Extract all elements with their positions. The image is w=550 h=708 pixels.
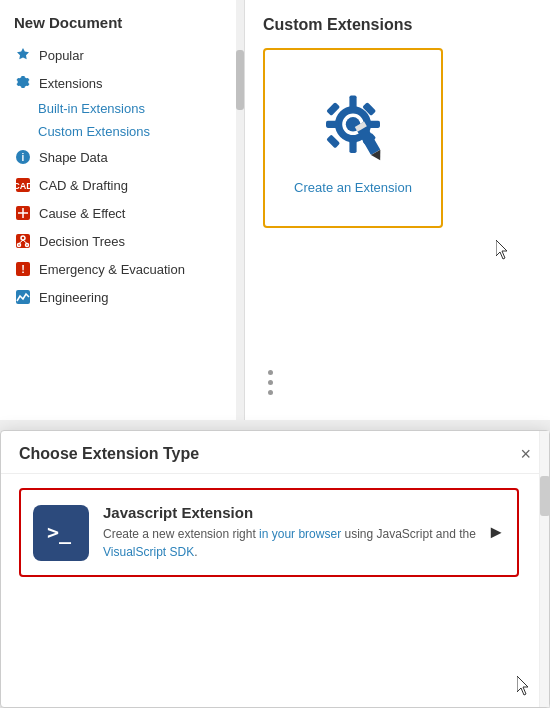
extension-type-info: Javascript Extension Create a new extens… <box>103 504 479 561</box>
decision-icon <box>14 232 32 250</box>
javascript-extension-desc: Create a new extension right in your bro… <box>103 525 479 561</box>
sidebar-popular-label: Popular <box>39 48 84 63</box>
javascript-extension-item[interactable]: >_ Javascript Extension Create a new ext… <box>19 488 519 577</box>
sidebar-item-shape-data[interactable]: i Shape Data <box>0 143 244 171</box>
choose-extension-modal: Choose Extension Type × >_ Javascript Ex… <box>0 430 550 708</box>
section-title: Custom Extensions <box>263 16 532 34</box>
svg-text:CAD: CAD <box>15 181 31 191</box>
sidebar-item-builtin[interactable]: Built-in Extensions <box>0 97 244 120</box>
sidebar-item-extensions[interactable]: Extensions <box>0 69 244 97</box>
svg-text:!: ! <box>21 263 25 275</box>
sidebar-scrollbar[interactable] <box>236 0 244 420</box>
svg-text:i: i <box>22 152 25 163</box>
svg-text:>_: >_ <box>47 520 72 544</box>
sidebar-emergency-label: Emergency & Evacuation <box>39 262 185 277</box>
sidebar-item-decision-trees[interactable]: Decision Trees <box>0 227 244 255</box>
modal-scrollbar[interactable] <box>539 431 549 707</box>
create-extension-label: Create an Extension <box>294 180 412 195</box>
engineering-icon <box>14 288 32 306</box>
sidebar-title: New Document <box>0 8 244 41</box>
svg-rect-19 <box>349 140 356 153</box>
svg-marker-29 <box>496 240 507 259</box>
sidebar-item-popular[interactable]: Popular <box>0 41 244 69</box>
svg-marker-31 <box>517 676 528 695</box>
info-icon: i <box>14 148 32 166</box>
svg-rect-21 <box>367 120 380 127</box>
cad-icon: CAD <box>14 176 32 194</box>
cause-icon <box>14 204 32 222</box>
sidebar-cad-label: CAD & Drafting <box>39 178 128 193</box>
modal-body: >_ Javascript Extension Create a new ext… <box>1 474 549 591</box>
sidebar-item-engineering[interactable]: Engineering <box>0 283 244 311</box>
main-content: Custom Extensions <box>245 0 550 420</box>
sidebar-decision-label: Decision Trees <box>39 234 125 249</box>
star-icon <box>14 46 32 64</box>
modal-title: Choose Extension Type <box>19 445 199 463</box>
sidebar-builtin-label: Built-in Extensions <box>38 101 145 116</box>
modal-header: Choose Extension Type × <box>1 431 549 474</box>
three-dots-divider <box>268 370 273 395</box>
sidebar-cause-label: Cause & Effect <box>39 206 125 221</box>
sidebar-engineering-label: Engineering <box>39 290 108 305</box>
sidebar-item-custom[interactable]: Custom Extensions <box>0 120 244 143</box>
desc-part3: . <box>194 545 197 559</box>
svg-rect-24 <box>326 134 340 148</box>
dot-3 <box>268 390 273 395</box>
svg-rect-15 <box>16 290 30 304</box>
sidebar-custom-label: Custom Extensions <box>38 124 150 139</box>
gear-icon <box>14 74 32 92</box>
emergency-icon: ! <box>14 260 32 278</box>
svg-rect-22 <box>326 101 340 115</box>
modal-close-button[interactable]: × <box>520 445 531 463</box>
sidebar-scrollbar-thumb[interactable] <box>236 50 244 110</box>
desc-part1: Create a new extension right <box>103 527 259 541</box>
top-panel: New Document Popular Extensions Built-in… <box>0 0 550 420</box>
desc-part2: using JavaScript and the <box>341 527 476 541</box>
sidebar-shape-label: Shape Data <box>39 150 108 165</box>
dot-2 <box>268 380 273 385</box>
sidebar-extensions-label: Extensions <box>39 76 103 91</box>
gear-pencil-icon <box>308 82 398 172</box>
modal-scrollbar-thumb[interactable] <box>540 476 550 516</box>
terminal-icon: >_ <box>45 517 77 549</box>
create-extension-card[interactable]: Create an Extension <box>263 48 443 228</box>
sidebar-item-emergency[interactable]: ! Emergency & Evacuation <box>0 255 244 283</box>
javascript-extension-name: Javascript Extension <box>103 504 479 521</box>
svg-rect-18 <box>349 95 356 108</box>
sidebar-item-cad[interactable]: CAD CAD & Drafting <box>0 171 244 199</box>
cursor-modal <box>517 676 531 699</box>
cursor-main <box>496 240 510 263</box>
sidebar: New Document Popular Extensions Built-in… <box>0 0 245 420</box>
dot-1 <box>268 370 273 375</box>
javascript-icon-box: >_ <box>33 505 89 561</box>
desc-highlight2: VisualScript SDK <box>103 545 194 559</box>
svg-rect-20 <box>326 120 339 127</box>
extension-arrow-icon: ► <box>487 522 505 543</box>
desc-highlight1: in your browser <box>259 527 341 541</box>
sidebar-item-cause-effect[interactable]: Cause & Effect <box>0 199 244 227</box>
